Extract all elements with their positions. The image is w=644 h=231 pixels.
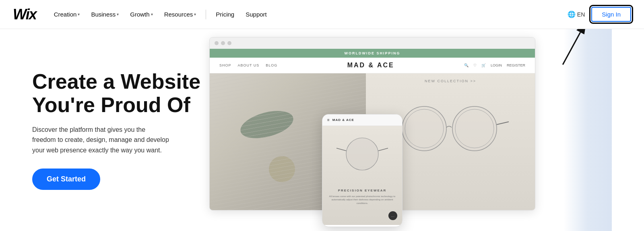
mockup-new-collection-label: NEW COLLECTION >> [366,73,535,86]
nav-item-creation[interactable]: Creation ▾ [49,8,85,21]
hero-left-content: Create a WebsiteYou're Proud Of Discover… [32,70,201,189]
chevron-down-icon: ▾ [194,12,196,17]
mockup-banner: WORLDWIDE SHIPPING [210,49,535,58]
chevron-down-icon: ▾ [151,12,153,17]
svg-line-1 [563,32,580,65]
mockup-heart-icon: ♡ [473,63,477,67]
mockup-blog: BLOG [266,63,277,67]
mobile-mockup: ≡ MAD & ACE PRECISION EYEWEAR All lenses… [322,114,402,227]
nav-right: 🌐 EN Sign In [568,7,631,22]
mockup-nav: SHOP ABOUT US BLOG MAD & ACE 🔍 ♡ 🛒 LOGIN… [210,58,535,73]
mobile-mockup-body: PRECISION EYEWEAR All lenses come with o… [322,126,402,225]
nav-item-growth[interactable]: Growth ▾ [125,8,157,21]
chevron-down-icon: ▾ [117,12,119,17]
mobile-precision-title: PRECISION EYEWEAR [322,189,402,192]
mobile-brand: MAD & ACE [332,118,354,122]
nav-divider [206,10,206,19]
mockup-cart-icon: 🛒 [481,63,486,67]
nav-item-business[interactable]: Business ▾ [86,8,124,21]
mockup-about: ABOUT US [238,63,260,67]
mobile-menu-icon: ≡ [327,118,330,122]
language-selector[interactable]: 🌐 EN [568,10,585,18]
nav-item-support[interactable]: Support [241,8,272,21]
hero-section: Create a WebsiteYou're Proud Of Discover… [0,29,644,231]
titlebar-dot [227,41,231,45]
titlebar-dot [221,41,225,45]
get-started-button[interactable]: Get Started [32,169,100,190]
mockup-nav-left: SHOP ABOUT US BLOG [219,63,277,67]
mobile-mockup-header: ≡ MAD & ACE [322,114,402,126]
mockup-nav-right: 🔍 ♡ 🛒 LOGIN REGISTER [464,63,525,67]
svg-point-2 [402,106,446,151]
arrow-annotation [523,29,588,65]
mockup-login: LOGIN [491,63,502,67]
svg-line-10 [378,148,388,151]
svg-point-8 [346,138,378,170]
titlebar-dot [215,41,219,45]
svg-line-9 [336,148,346,151]
mockup-brand: MAD & ACE [347,62,394,69]
globe-icon: 🌐 [568,10,576,18]
mobile-precision-desc: All lenses come with our patented photoc… [322,195,402,205]
hero-title: Create a WebsiteYou're Proud Of [32,70,201,116]
nav-item-pricing[interactable]: Pricing [211,8,239,21]
hero-right-content: WORLDWIDE SHIPPING SHOP ABOUT US BLOG MA… [201,29,612,231]
svg-point-4 [452,106,497,151]
mockup-search-icon: 🔍 [464,63,469,67]
sign-in-button[interactable]: Sign In [591,7,631,22]
mobile-precision-text: PRECISION EYEWEAR All lenses come with o… [322,189,402,205]
mobile-chat-bubble [388,211,397,220]
chevron-down-icon: ▾ [78,12,80,17]
svg-line-7 [497,122,509,125]
hero-subtitle: Discover the platform that gives you the… [32,125,169,156]
mockup-register: REGISTER [507,63,525,67]
nav-links: Creation ▾ Business ▾ Growth ▾ Resources… [49,8,568,21]
nav-item-resources[interactable]: Resources ▾ [159,8,201,21]
mockup-shop: SHOP [219,63,231,67]
navbar: Wix Creation ▾ Business ▾ Growth ▾ Resou… [0,0,644,29]
mockup-titlebar [210,37,535,49]
wix-logo[interactable]: Wix [13,6,36,23]
